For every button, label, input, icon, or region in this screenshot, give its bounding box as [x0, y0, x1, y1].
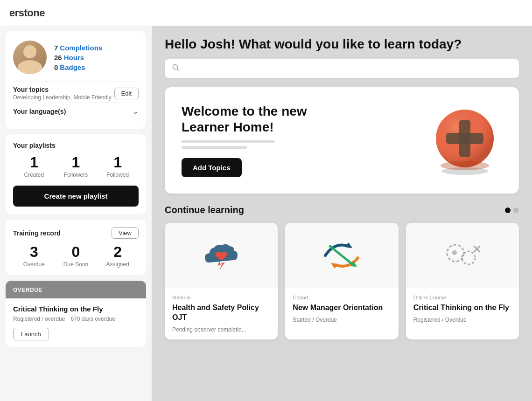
- card-body-2: Cohort New Manager Orientation Started /…: [285, 288, 398, 330]
- hours-label[interactable]: Hours: [64, 54, 84, 62]
- sidebar: 7Completions 26Hours 0Badges Your topics…: [0, 26, 152, 401]
- card-image-2: [285, 223, 398, 288]
- due-soon-label: Due Soon: [55, 261, 97, 268]
- welcome-banner: Welcome to the new Learner Home! Add Top…: [165, 87, 519, 194]
- language-row[interactable]: Your language(s) ⌄: [13, 103, 139, 119]
- card-status-3: Registered / Overdue: [413, 317, 511, 323]
- overdue-content: Critical Thinking on the Fly Registered …: [6, 298, 146, 347]
- continue-learning-title: Continue learning: [165, 205, 244, 215]
- svg-rect-6: [446, 133, 483, 144]
- card-body-3: Online Course Critical Thinking on the F…: [406, 288, 519, 330]
- badges-count: 0: [54, 63, 58, 71]
- topics-row: Your topics Developing Leadership, Mobil…: [13, 86, 139, 101]
- course-cards-grid: Material Health and Safety Policy OJT Pe…: [165, 223, 519, 339]
- training-stats: 3 Overdue 0 Due Soon 2 Assigned: [13, 244, 139, 268]
- playlists-title: Your playlists: [13, 142, 139, 149]
- add-topics-button[interactable]: Add Topics: [182, 158, 242, 177]
- course-card-2: Cohort New Manager Orientation Started /…: [285, 223, 398, 339]
- followers-label: Followers: [55, 172, 97, 178]
- card-title-3: Critical Thinking on the Fly: [413, 303, 511, 313]
- app-logo: erstone: [9, 7, 45, 19]
- progress-line-2: [182, 146, 247, 149]
- create-playlist-button[interactable]: Create new playlist: [13, 186, 139, 207]
- overdue-header: OVERDUE: [6, 281, 146, 298]
- greeting-heading: Hello Josh! What would you like to learn…: [165, 37, 519, 52]
- training-title: Training record: [13, 229, 61, 237]
- avatar: [13, 41, 47, 74]
- overdue-item-title: Critical Thinking on the Fly: [13, 305, 139, 313]
- arrows-icon: [316, 232, 367, 279]
- svg-point-16: [452, 250, 457, 255]
- topics-value: Developing Leadership, Mobile Friendly: [13, 94, 112, 101]
- training-card: Training record View 3 Overdue 0 Due Soo…: [6, 220, 146, 275]
- created-count: 1: [13, 155, 55, 170]
- dot-active: [505, 207, 511, 213]
- overdue-status: Registered / overdue: [13, 316, 65, 322]
- main-content: Hello Josh! What would you like to learn…: [152, 26, 532, 401]
- topics-edit-button[interactable]: Edit: [114, 88, 139, 99]
- training-view-button[interactable]: View: [112, 227, 139, 239]
- hours-stat: 26Hours: [54, 54, 102, 62]
- continue-learning-header: Continue learning: [165, 205, 519, 215]
- playlist-stats: 1 Created 1 Followers 1 Followed: [13, 155, 139, 178]
- top-bar: erstone: [0, 0, 532, 26]
- profile-header: 7Completions 26Hours 0Badges: [13, 41, 139, 74]
- hours-count: 26: [54, 54, 62, 62]
- topics-info: Your topics Developing Leadership, Mobil…: [13, 86, 112, 101]
- progress-lines: [182, 140, 307, 149]
- card-type-2: Cohort: [293, 295, 391, 300]
- playlists-section: Your playlists 1 Created 1 Followers 1 F…: [6, 134, 146, 214]
- overdue-card: OVERDUE Critical Thinking on the Fly Reg…: [6, 281, 146, 347]
- card-image-3: [406, 223, 519, 288]
- card-status-1: Pending observer completio...: [172, 326, 270, 333]
- overdue-meta: Registered / overdue 670 days overdue: [13, 316, 139, 322]
- overdue-stat: 3 Overdue: [13, 244, 55, 268]
- main-layout: 7Completions 26Hours 0Badges Your topics…: [0, 26, 532, 401]
- badges-label[interactable]: Badges: [60, 63, 85, 71]
- circles-icon: [437, 232, 488, 279]
- avatar-image: [13, 41, 47, 74]
- svg-line-1: [177, 69, 179, 71]
- language-label: Your language(s): [13, 108, 66, 115]
- assigned-stat: 2 Assigned: [97, 244, 139, 268]
- overdue-label: Overdue: [13, 261, 55, 268]
- cloud-heart-icon: [198, 232, 245, 279]
- followed-count: 1: [97, 155, 139, 170]
- completions-stat: 7Completions: [54, 44, 102, 52]
- overdue-count: 3: [13, 244, 55, 259]
- course-card-1: Material Health and Safety Policy OJT Pe…: [165, 223, 278, 339]
- created-label: Created: [13, 172, 55, 178]
- due-soon-stat: 0 Due Soon: [55, 244, 97, 268]
- badges-stat: 0Badges: [54, 63, 102, 71]
- card-body-1: Material Health and Safety Policy OJT Pe…: [165, 288, 278, 339]
- profile-card: 7Completions 26Hours 0Badges Your topics…: [6, 31, 146, 129]
- followers-stat: 1 Followers: [55, 155, 97, 178]
- overdue-days: 670 days overdue: [70, 316, 115, 322]
- progress-line-1: [182, 140, 275, 143]
- assigned-count: 2: [97, 244, 139, 259]
- overdue-launch-button[interactable]: Launch: [13, 328, 49, 340]
- profile-stats: 7Completions 26Hours 0Badges: [54, 44, 102, 71]
- card-status-2: Started / Overdue: [293, 317, 391, 323]
- welcome-title: Welcome to the new Learner Home!: [182, 104, 307, 135]
- search-bar: [165, 59, 519, 78]
- chevron-down-icon: ⌄: [133, 107, 139, 116]
- due-soon-count: 0: [55, 244, 97, 259]
- svg-point-7: [441, 161, 489, 170]
- search-input[interactable]: [184, 65, 511, 73]
- card-image-1: [165, 223, 278, 288]
- card-type-1: Material: [172, 295, 270, 300]
- topics-title: Your topics: [13, 86, 112, 93]
- plus-icon-3d: [427, 102, 502, 179]
- completions-label[interactable]: Completions: [60, 44, 102, 52]
- divider-1: [13, 82, 139, 82]
- followed-label: Followed: [97, 172, 139, 178]
- followed-stat: 1 Followed: [97, 155, 139, 178]
- pagination-dots: [505, 207, 519, 213]
- followers-count: 1: [55, 155, 97, 170]
- card-title-1: Health and Safety Policy OJT: [172, 303, 270, 323]
- completions-count: 7: [54, 44, 58, 52]
- search-icon: [172, 64, 180, 73]
- training-header: Training record View: [13, 227, 139, 239]
- dot-inactive: [513, 207, 519, 213]
